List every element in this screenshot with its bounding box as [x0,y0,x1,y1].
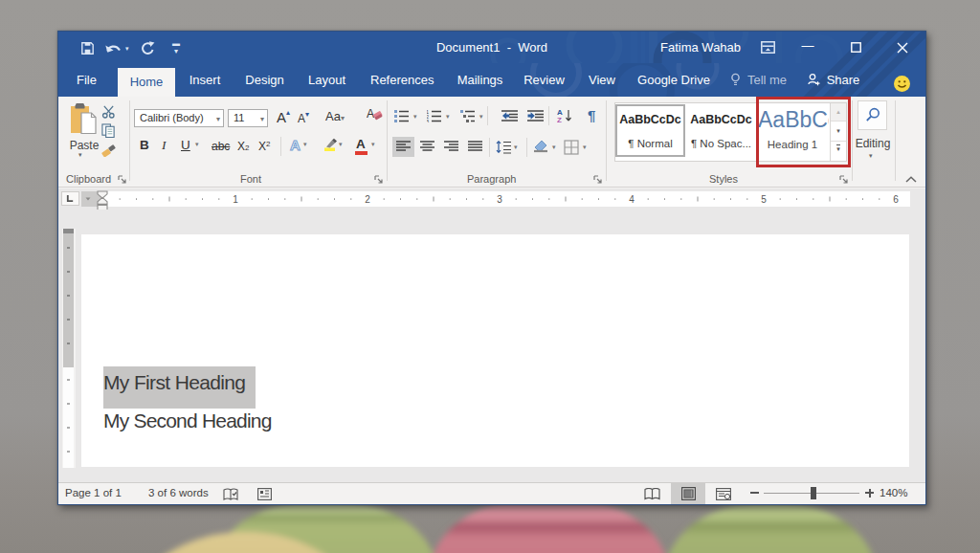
svg-text:6: 6 [893,194,899,205]
svg-text:3: 3 [497,194,502,205]
svg-text:4: 4 [629,194,635,205]
svg-text:A: A [367,107,375,121]
svg-text:5: 5 [761,194,767,205]
svg-text:2: 2 [365,194,370,205]
svg-text:1: 1 [233,194,238,205]
svg-text:3: 3 [427,119,429,122]
svg-text:Z: Z [557,116,562,123]
